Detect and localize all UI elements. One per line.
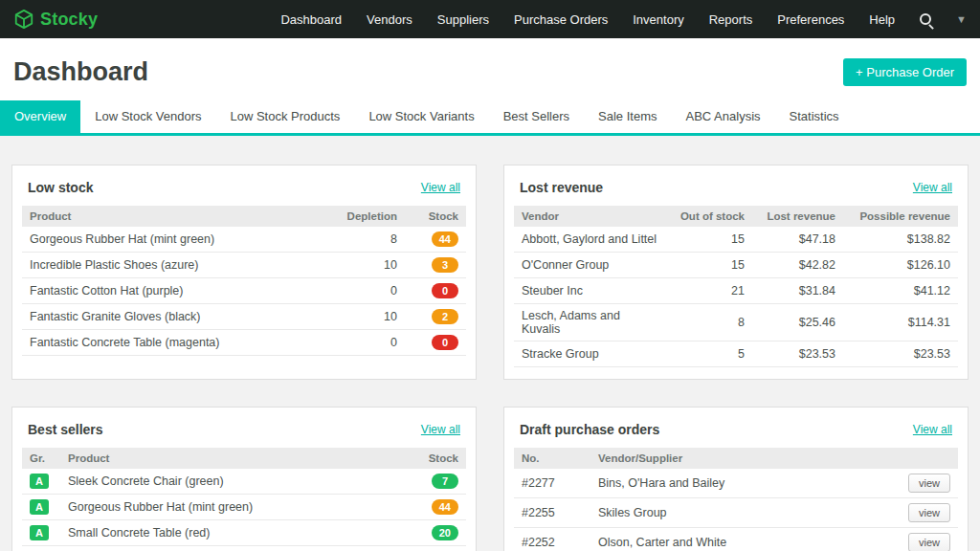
out-of-stock-cell: 8 xyxy=(658,316,745,329)
stock-badge: 2 xyxy=(432,309,458,324)
stock-cell: 44 xyxy=(397,231,458,247)
draft-purchase-orders-title: Draft purchase orders xyxy=(520,422,659,437)
column-product: Product xyxy=(68,452,397,464)
actions-cell: view xyxy=(893,474,950,493)
view-button[interactable]: view xyxy=(908,533,950,551)
product-cell: Gorgeous Rubber Hat (mint green) xyxy=(30,232,321,246)
table-row: #2277 Bins, O'Hara and Bailey view xyxy=(514,469,958,498)
lost-revenue-cell: $23.53 xyxy=(745,347,835,361)
table-row: #2252 Olson, Carter and White view xyxy=(514,528,958,551)
stock-badge: 0 xyxy=(432,335,458,350)
column-grade: Gr. xyxy=(30,452,68,464)
tab-abc-analysis[interactable]: ABC Analysis xyxy=(671,100,774,133)
tab-statistics[interactable]: Statistics xyxy=(775,100,854,133)
new-purchase-order-button[interactable]: + Purchase Order xyxy=(843,58,967,86)
table-row: Fantastic Granite Gloves (black) 10 2 xyxy=(22,304,466,330)
table-header: Vendor Out of stock Lost revenue Possibl… xyxy=(514,206,958,227)
product-cell: Gorgeous Rubber Hat (mint green) xyxy=(68,500,397,514)
card-best-sellers: Best sellers View all Gr. Product Stock … xyxy=(11,407,477,551)
grade-badge: A xyxy=(30,499,49,515)
view-button[interactable]: view xyxy=(908,503,950,522)
lost-revenue-cell: $42.82 xyxy=(745,258,835,272)
lost-revenue-view-all-link[interactable]: View all xyxy=(913,181,952,194)
column-stock: Stock xyxy=(397,452,458,464)
card-draft-purchase-orders: Draft purchase orders View all No. Vendo… xyxy=(503,407,969,551)
column-number: No. xyxy=(522,452,598,464)
depletion-cell: 8 xyxy=(321,232,397,246)
tab-sale-items[interactable]: Sale Items xyxy=(584,100,671,133)
stock-badge: 20 xyxy=(432,525,458,540)
table-header: No. Vendor/Supplier xyxy=(514,448,958,469)
lost-revenue-cell: $31.84 xyxy=(745,284,835,298)
nav-item-reports[interactable]: Reports xyxy=(709,12,753,27)
stock-cell: 0 xyxy=(397,335,458,350)
nav-item-preferences[interactable]: Preferences xyxy=(777,12,844,27)
actions-cell: view xyxy=(893,533,950,551)
nav-item-purchase-orders[interactable]: Purchase Orders xyxy=(514,12,608,27)
possible-revenue-cell: $23.53 xyxy=(835,347,950,361)
column-stock: Stock xyxy=(397,210,458,222)
tab-best-sellers[interactable]: Best Sellers xyxy=(489,100,584,133)
grade-cell: A xyxy=(30,499,68,515)
card-lost-revenue: Lost revenue View all Vendor Out of stoc… xyxy=(503,165,969,380)
actions-cell: view xyxy=(893,503,950,522)
tab-low-stock-products[interactable]: Low Stock Products xyxy=(215,100,354,133)
tab-low-stock-variants[interactable]: Low Stock Variants xyxy=(354,100,488,133)
product-cell: Fantastic Granite Gloves (black) xyxy=(30,310,321,323)
depletion-cell: 10 xyxy=(321,310,397,323)
low-stock-title: Low stock xyxy=(28,180,93,195)
top-nav: Dashboard Vendors Suppliers Purchase Ord… xyxy=(280,12,967,27)
best-sellers-table: Gr. Product Stock A Sleek Concrete Chair… xyxy=(22,448,466,546)
draft-purchase-orders-view-all-link[interactable]: View all xyxy=(913,423,952,436)
nav-item-help[interactable]: Help xyxy=(869,12,895,27)
column-depletion: Depletion xyxy=(321,210,397,222)
card-low-stock: Low stock View all Product Depletion Sto… xyxy=(11,165,477,380)
caret-down-icon[interactable]: ▼ xyxy=(956,13,967,25)
product-cell: Sleek Concrete Chair (green) xyxy=(68,474,397,488)
best-sellers-view-all-link[interactable]: View all xyxy=(421,423,460,436)
out-of-stock-cell: 15 xyxy=(658,258,745,272)
stock-cell: 0 xyxy=(397,283,458,298)
lost-revenue-cell: $47.18 xyxy=(745,232,835,246)
out-of-stock-cell: 15 xyxy=(658,232,745,246)
possible-revenue-cell: $138.82 xyxy=(835,232,950,246)
grade-badge: A xyxy=(30,525,49,540)
product-cell: Fantastic Concrete Table (magenta) xyxy=(30,336,321,349)
nav-item-dashboard[interactable]: Dashboard xyxy=(280,12,342,27)
brand[interactable]: Stocky xyxy=(13,9,98,30)
low-stock-table: Product Depletion Stock Gorgeous Rubber … xyxy=(22,206,466,356)
stock-badge: 44 xyxy=(432,231,458,247)
product-cell: Small Concrete Table (red) xyxy=(68,526,397,540)
table-row: O'Conner Group 15 $42.82 $126.10 xyxy=(514,253,958,278)
column-out-of-stock: Out of stock xyxy=(658,210,745,222)
brand-name: Stocky xyxy=(40,10,98,30)
nav-item-inventory[interactable]: Inventory xyxy=(633,12,683,27)
stock-badge: 44 xyxy=(432,499,458,515)
stock-cell: 44 xyxy=(397,499,458,515)
view-button[interactable]: view xyxy=(908,474,950,493)
low-stock-view-all-link[interactable]: View all xyxy=(421,181,460,194)
table-row: Fantastic Cotton Hat (purple) 0 0 xyxy=(22,278,466,304)
table-row: Steuber Inc 21 $31.84 $41.12 xyxy=(514,278,958,304)
depletion-cell: 0 xyxy=(321,284,397,298)
nav-item-suppliers[interactable]: Suppliers xyxy=(437,12,489,27)
column-product: Product xyxy=(30,210,321,222)
stock-cell: 20 xyxy=(397,525,458,540)
vendor-cell: O'Conner Group xyxy=(522,258,658,272)
table-header: Product Depletion Stock xyxy=(22,206,466,227)
stock-badge: 0 xyxy=(432,283,458,298)
search-icon[interactable] xyxy=(920,13,931,25)
lost-revenue-cell: $25.46 xyxy=(745,316,835,329)
stock-cell: 2 xyxy=(397,309,458,324)
table-row: #2255 Skiles Group view xyxy=(514,498,958,528)
draft-purchase-orders-table: No. Vendor/Supplier #2277 Bins, O'Hara a… xyxy=(514,448,958,551)
best-sellers-title: Best sellers xyxy=(28,422,103,437)
grade-badge: A xyxy=(30,474,49,489)
tab-bar: Overview Low Stock Vendors Low Stock Pro… xyxy=(0,100,980,136)
column-possible-revenue: Possible revenue xyxy=(835,210,950,222)
po-number-cell: #2255 xyxy=(522,506,598,519)
nav-item-vendors[interactable]: Vendors xyxy=(367,12,412,27)
table-row: Gorgeous Rubber Hat (mint green) 8 44 xyxy=(22,227,466,253)
tab-low-stock-vendors[interactable]: Low Stock Vendors xyxy=(80,100,215,133)
tab-overview[interactable]: Overview xyxy=(0,100,80,133)
